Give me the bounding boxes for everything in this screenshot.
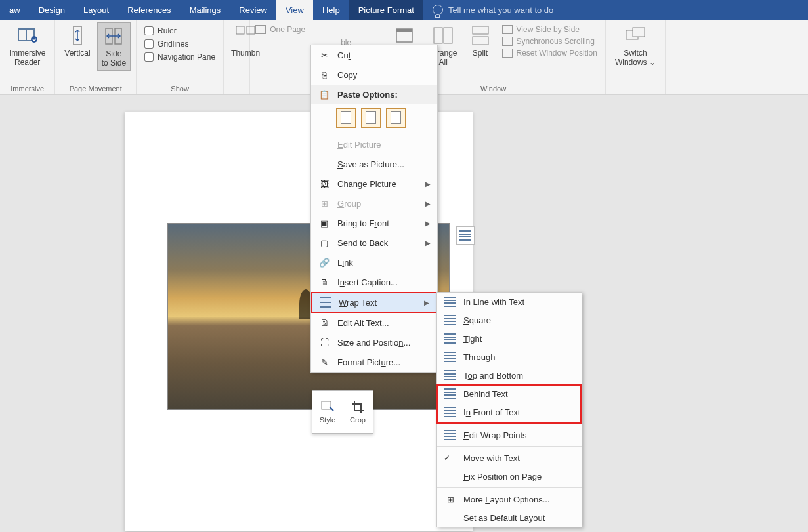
more-options-icon: ⊞ [442, 495, 458, 504]
group-page-movement: Vertical Side to Side Page Movement [55, 20, 137, 94]
ctx-edit-alt-text[interactable]: 🖻Edit Alt Text... [311, 313, 437, 333]
sync-scroll-icon [502, 37, 513, 46]
wrap-inline[interactable]: In Line with Text [437, 293, 582, 311]
separator [437, 487, 582, 488]
size-icon: ⛶ [316, 338, 332, 348]
wrap-behind-text[interactable]: Behind Text [437, 384, 582, 403]
group-immersive: Immersive Reader Immersive [0, 20, 55, 94]
wrap-top-bottom[interactable]: Top and Bottom [437, 366, 582, 384]
paste-merge[interactable] [361, 108, 381, 128]
copy-icon: ⎘ [316, 70, 332, 80]
ctx-format-picture[interactable]: ✎Format Picture... [311, 352, 437, 372]
caption-icon: 🗎 [316, 277, 332, 287]
tab-review[interactable]: Review [230, 0, 276, 20]
chevron-right-icon: ▶ [425, 180, 431, 188]
gridlines-checkbox[interactable]: Gridlines [144, 39, 215, 49]
wrap-square[interactable]: Square [437, 311, 582, 329]
tab-mailings[interactable]: Mailings [181, 0, 230, 20]
vertical-button[interactable]: Vertical [60, 22, 94, 60]
ctx-cut[interactable]: ✂Cut [311, 45, 437, 65]
ctx-bring-to-front[interactable]: ▣Bring to Front▶ [311, 213, 437, 233]
tell-me-search[interactable]: Tell me what you want to do [423, 5, 563, 15]
arrange-all-icon [433, 25, 454, 46]
scissors-icon: ✂ [316, 51, 332, 60]
svg-point-1 [31, 36, 37, 43]
style-icon [320, 400, 335, 413]
svg-rect-11 [473, 26, 488, 34]
side-to-side-button[interactable]: Side to Side [97, 22, 131, 71]
wrap-fix-position[interactable]: Fix Position on Page [437, 467, 582, 485]
group-icon: ⊞ [316, 199, 332, 209]
svg-rect-10 [444, 28, 452, 43]
ctx-copy[interactable]: ⎘Copy [311, 65, 437, 85]
split-button[interactable]: Split [464, 22, 497, 60]
separator [437, 446, 582, 447]
ctx-insert-caption[interactable]: 🗎Insert Caption... [311, 272, 437, 292]
svg-rect-15 [322, 401, 331, 409]
ctx-link[interactable]: 🔗Link [311, 253, 437, 272]
ctx-edit-picture: Edit Picture [311, 134, 437, 154]
wrap-tight[interactable]: Tight [437, 329, 582, 348]
tab-references[interactable]: References [118, 0, 180, 20]
group-thumbnails: Thumbn [224, 20, 250, 94]
wrap-text-icon [318, 297, 333, 308]
top-bottom-icon [444, 370, 456, 380]
layout-options-button[interactable] [456, 226, 475, 245]
through-icon [444, 352, 456, 362]
wrap-move-with-text[interactable]: ✓Move with Text [437, 449, 582, 467]
tab-help[interactable]: Help [313, 0, 349, 20]
one-page-icon [255, 25, 266, 34]
front-icon [444, 407, 456, 417]
ctx-send-to-back[interactable]: ▢Send to Back▶ [311, 233, 437, 253]
vertical-icon [67, 25, 88, 46]
ctx-change-picture[interactable]: 🖼Change Picture▶ [311, 174, 437, 194]
reset-pos-icon [502, 49, 513, 58]
switch-windows-button[interactable]: Switch Windows ⌄ [611, 22, 660, 70]
clipboard-icon: 📋 [316, 90, 332, 100]
ctx-wrap-text[interactable]: Wrap Text▶ [311, 292, 437, 313]
behind-icon [444, 388, 456, 399]
wrap-set-default-layout[interactable]: Set as Default Layout [437, 508, 582, 527]
split-icon [470, 25, 491, 46]
wrap-text-submenu: In Line with Text Square Tight Through T… [436, 292, 582, 527]
reset-position-button: Reset Window Position [502, 49, 597, 58]
mini-toolbar: Style Crop [312, 390, 373, 434]
separator [437, 423, 582, 424]
immersive-reader-icon [17, 25, 38, 46]
side-to-side-icon [103, 26, 124, 47]
ribbon-tabs: aw Design Layout References Mailings Rev… [0, 0, 808, 20]
svg-rect-8 [396, 29, 412, 32]
format-icon: ✎ [316, 358, 332, 367]
tab-draw[interactable]: aw [0, 0, 30, 20]
paste-keep-formatting[interactable] [336, 108, 356, 128]
wrap-more-layout-options[interactable]: ⊞More Layout Options... [437, 490, 582, 508]
group-switch-windows: Switch Windows ⌄ [606, 20, 666, 94]
ctx-paste-options-header: 📋Paste Options: [311, 85, 437, 104]
tab-layout[interactable]: Layout [74, 0, 118, 20]
ctx-save-as-picture[interactable]: Save as Picture... [311, 154, 437, 174]
square-icon [444, 315, 456, 325]
svg-rect-12 [473, 37, 488, 45]
ruler-checkbox[interactable]: Ruler [144, 26, 215, 35]
ctx-group: ⊞Group▶ [311, 194, 437, 213]
picture-context-menu: ✂Cut ⎘Copy 📋Paste Options: Edit Picture … [310, 45, 438, 373]
ctx-size-position[interactable]: ⛶Size and Position... [311, 333, 437, 352]
nav-pane-checkbox[interactable]: Navigation Pane [144, 52, 215, 62]
side-by-side-icon [502, 25, 513, 34]
wrap-through[interactable]: Through [437, 348, 582, 366]
style-button[interactable]: Style [312, 391, 343, 433]
layout-options-icon [459, 230, 471, 241]
paste-picture[interactable] [386, 108, 406, 128]
crop-button[interactable]: Crop [343, 391, 373, 433]
immersive-reader-button[interactable]: Immersive Reader [5, 22, 49, 70]
tell-me-label: Tell me what you want to do [448, 5, 553, 15]
tab-design[interactable]: Design [30, 0, 74, 20]
svg-rect-14 [633, 28, 645, 37]
paste-options-row [311, 104, 437, 134]
tab-view[interactable]: View [276, 0, 313, 20]
wrap-edit-points[interactable]: Edit Wrap Points [437, 426, 582, 444]
tab-picture-format[interactable]: Picture Format [349, 0, 423, 20]
alt-text-icon: 🖻 [316, 318, 332, 328]
wrap-in-front-of-text[interactable]: In Front of Text [437, 403, 582, 421]
link-icon: 🔗 [316, 258, 332, 268]
